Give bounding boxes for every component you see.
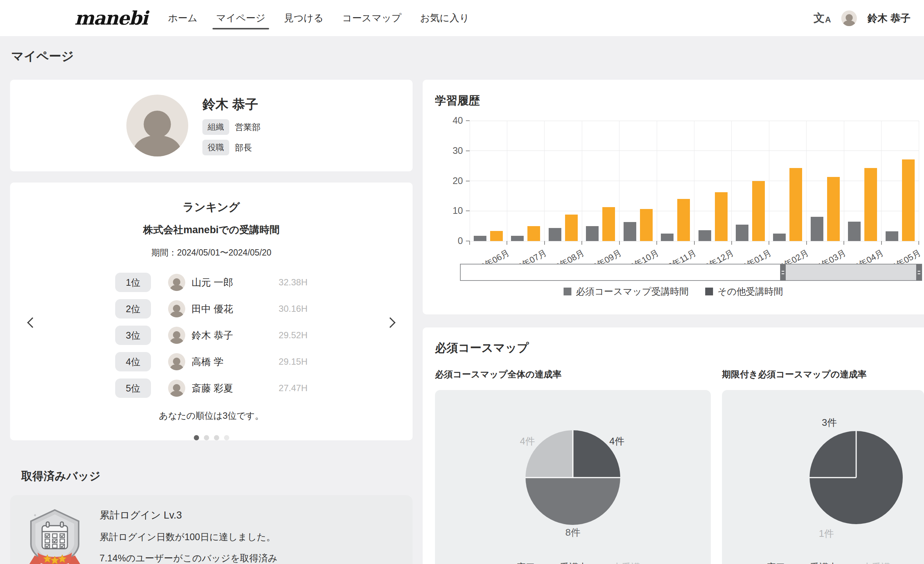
legend-item-完了[interactable]: 完了 bbox=[756, 561, 785, 564]
handle-grip bbox=[918, 271, 920, 272]
ranking-subtitle: 株式会社manebiでの受講時間 bbox=[10, 223, 412, 236]
carousel-dot-1[interactable] bbox=[194, 435, 199, 440]
pie-legend: 完了受講中未受講 bbox=[435, 561, 711, 564]
gridline bbox=[619, 121, 620, 241]
rank-user-name: 山元 一郎 bbox=[192, 276, 233, 289]
carousel-dot-2[interactable] bbox=[204, 435, 209, 440]
datazoom-left-handle[interactable] bbox=[780, 264, 786, 281]
calendar-medal-badge-icon bbox=[27, 509, 83, 564]
y-axis-tick bbox=[466, 181, 470, 181]
header-user-name[interactable]: 鈴木 恭子 bbox=[867, 12, 910, 25]
legend-label: 受講中 bbox=[810, 561, 838, 564]
profile-avatar bbox=[126, 94, 188, 157]
bar-other bbox=[789, 168, 802, 241]
gridline bbox=[657, 121, 657, 241]
pie-slice-受講中 bbox=[525, 477, 620, 525]
handle-grip bbox=[782, 271, 784, 272]
your-rank-text: あなたの順位は3位です。 bbox=[10, 410, 412, 422]
badge-info: 累計ログイン Lv.3 累計ログイン日数が100日に達しました。 7.14%のユ… bbox=[99, 509, 277, 564]
page-title: マイページ bbox=[11, 48, 924, 65]
bar-required bbox=[699, 230, 711, 241]
gridline bbox=[470, 121, 470, 241]
bar-required bbox=[661, 233, 674, 241]
legend-item-その他受講時間[interactable]: その他受講時間 bbox=[705, 285, 783, 298]
x-axis-tick bbox=[731, 241, 732, 245]
course-map-heading: 必須コースマップ bbox=[435, 340, 924, 356]
gridline bbox=[769, 121, 770, 241]
bar-required bbox=[848, 221, 861, 241]
carousel-prev-icon[interactable] bbox=[24, 315, 40, 332]
ranking-title: ランキング bbox=[10, 200, 412, 215]
gridline bbox=[881, 121, 882, 241]
rank-user-avatar bbox=[168, 327, 185, 344]
nav-item-見つける[interactable]: 見つける bbox=[284, 0, 324, 36]
chevron-right-icon bbox=[385, 317, 396, 328]
profile-field-row: 役職部長 bbox=[202, 140, 261, 156]
overall-achievement-pie-panel: 4件8件4件完了受講中未受講 bbox=[435, 390, 711, 564]
nav-item-コースマップ[interactable]: コースマップ bbox=[342, 0, 401, 36]
legend-item-必須コースマップ受講時間[interactable]: 必須コースマップ受講時間 bbox=[564, 285, 689, 298]
rank-user-time: 32.38H bbox=[279, 277, 308, 287]
ranking-card: ランキング 株式会社manebiでの受講時間 期間：2024/05/01〜202… bbox=[10, 183, 412, 440]
datazoom-selected-range[interactable] bbox=[783, 265, 921, 280]
y-axis-label: 40 bbox=[437, 115, 463, 126]
chart-datazoom-slider[interactable] bbox=[460, 264, 922, 281]
rank-badge: 4位 bbox=[115, 352, 151, 371]
x-axis-tick bbox=[582, 241, 582, 245]
left-column: 鈴木 恭子 組織営業部役職部長 ランキング 株式会社manebiでの受講時間 期… bbox=[10, 80, 412, 564]
legend-item-未受講[interactable]: 未受講 bbox=[851, 561, 891, 564]
ranking-row: 2位田中 優花30.16H bbox=[115, 299, 308, 319]
learning-history-title: 学習履歴 bbox=[435, 93, 480, 108]
nav-item-お気に入り[interactable]: お気に入り bbox=[420, 0, 469, 36]
nav-item-ホーム[interactable]: ホーム bbox=[168, 0, 197, 36]
rank-user-name: 鈴木 恭子 bbox=[192, 329, 233, 342]
legend-label: 完了 bbox=[767, 561, 785, 564]
badge-section-heading: 取得済みバッジ bbox=[21, 469, 412, 484]
x-axis-tick bbox=[843, 241, 844, 245]
rank-badge: 1位 bbox=[115, 273, 151, 292]
carousel-next-icon[interactable] bbox=[382, 315, 399, 332]
bar-required bbox=[511, 236, 524, 241]
legend-item-受講中[interactable]: 受講中 bbox=[549, 561, 588, 564]
x-axis-tick bbox=[656, 241, 657, 245]
badge-title: 累計ログイン Lv.3 bbox=[99, 509, 277, 522]
language-icon[interactable]: 文 A bbox=[814, 10, 831, 26]
y-axis-label: 30 bbox=[437, 145, 463, 156]
bar-required bbox=[811, 217, 824, 241]
legend-item-未受講[interactable]: 未受講 bbox=[601, 561, 640, 564]
bar-other bbox=[490, 231, 503, 241]
legend-item-受講中[interactable]: 受講中 bbox=[799, 561, 838, 564]
legend-item-完了[interactable]: 完了 bbox=[506, 561, 535, 564]
profile-field-label: 組織 bbox=[202, 119, 229, 135]
datazoom-right-handle[interactable] bbox=[916, 264, 922, 281]
badge-description: 累計ログイン日数が100日に達しました。 bbox=[99, 531, 277, 543]
header-user-avatar[interactable] bbox=[841, 10, 857, 26]
bar-other bbox=[602, 207, 615, 241]
x-axis-tick bbox=[694, 241, 695, 245]
y-axis-label: 0 bbox=[437, 235, 463, 246]
legend-label: 未受講 bbox=[862, 561, 891, 564]
rank-user-name: 高橋 学 bbox=[192, 355, 223, 368]
carousel-dot-4[interactable] bbox=[224, 435, 229, 440]
bar-required bbox=[474, 236, 486, 241]
learning-history-card: 学習履歴 0102030402023年06月2023年07月2023年08月20… bbox=[423, 80, 924, 314]
badge-card[interactable]: 累計ログイン Lv.3 累計ログイン日数が100日に達しました。 7.14%のユ… bbox=[10, 495, 412, 564]
pie-chart bbox=[524, 429, 621, 526]
gridline bbox=[731, 121, 732, 241]
nav-item-マイページ[interactable]: マイページ bbox=[216, 0, 266, 36]
rank-badge: 5位 bbox=[115, 378, 151, 398]
rank-user-avatar bbox=[168, 274, 185, 291]
ranking-row: 3位鈴木 恭子29.52H bbox=[115, 326, 308, 345]
profile-name: 鈴木 恭子 bbox=[202, 96, 261, 113]
bar-other bbox=[565, 215, 578, 241]
pie-value-label-未受講: 4件 bbox=[520, 435, 535, 448]
main-columns: 鈴木 恭子 組織営業部役職部長 ランキング 株式会社manebiでの受講時間 期… bbox=[0, 80, 924, 564]
gridline bbox=[694, 121, 694, 241]
carousel-dot-3[interactable] bbox=[214, 435, 219, 440]
top-navigation-bar: manebi ホームマイページ見つけるコースマップお気に入り 文 A 鈴木 恭子 bbox=[0, 0, 924, 36]
rank-user-time: 30.16H bbox=[279, 304, 308, 314]
pie-value-label-完了: 4件 bbox=[609, 435, 624, 448]
manebi-logo[interactable]: manebi bbox=[75, 7, 147, 29]
handle-grip bbox=[782, 274, 784, 274]
profile-fields: 組織営業部役職部長 bbox=[202, 119, 261, 156]
